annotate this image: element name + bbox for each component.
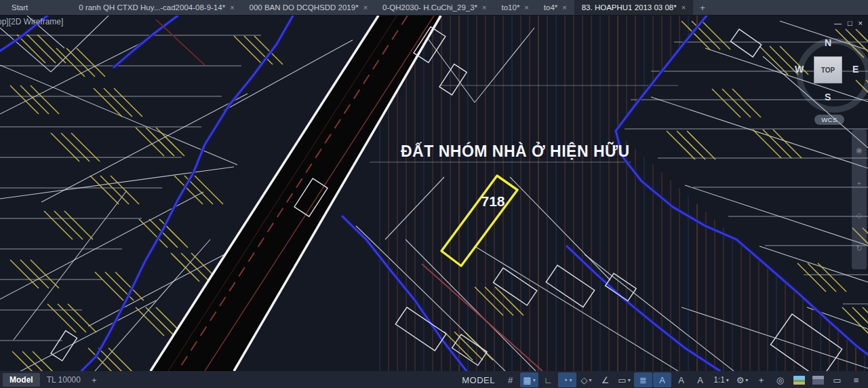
viewcube-north[interactable]: N <box>825 37 831 48</box>
annotation-flag-icon[interactable]: A <box>691 372 709 387</box>
status-bar: Model TL 10000 + MODEL #▦▾∟◔▾◇▾∠▭▾≣AAA1:… <box>0 371 868 388</box>
tab-drawing-4[interactable]: to10*× <box>494 0 536 15</box>
object-snap-icon[interactable]: ▭▾ <box>615 372 633 387</box>
annotation-scale-icon[interactable]: 1:1▾ <box>710 372 732 387</box>
graphics-performance-icon[interactable] <box>790 372 808 387</box>
cad-drawing: 718 ĐẤT NHÓM NHÀ Ở HIỆN HỮU <box>0 16 868 371</box>
close-tab-icon[interactable]: × <box>524 3 528 12</box>
lineweight-icon[interactable]: ≣ <box>634 372 652 387</box>
viewcube-south[interactable]: S <box>825 92 831 102</box>
tab-drawing-5[interactable]: to4*× <box>536 0 574 15</box>
annotation-visibility-icon[interactable]: A <box>653 372 671 387</box>
autoscale-icon[interactable]: A <box>672 372 690 387</box>
layout-tab-tl10000[interactable]: TL 10000 <box>40 373 87 387</box>
pan-icon[interactable]: + <box>857 179 861 187</box>
clean-screen-icon[interactable]: ▭ <box>828 372 846 387</box>
viewport-control-label[interactable]: op][2D Wireframe] <box>0 17 63 26</box>
drawing-window-controls: — □ × <box>834 18 863 28</box>
vegetation-hatch-marks <box>10 21 868 371</box>
tab-drawing-active[interactable]: 83. HOAPHU1 2013 03 08*× <box>574 0 693 15</box>
tab-label: 83. HOAPHU1 2013 03 08* <box>582 3 677 12</box>
zone-label: ĐẤT NHÓM NHÀ Ở HIỆN HỮU <box>401 141 630 160</box>
tab-label: to10* <box>502 3 520 12</box>
tab-label: to4* <box>544 3 557 12</box>
autocad-window: Start 0 ranh QH CTXD Huy...-cad2004-08-9… <box>0 0 868 388</box>
status-toggles: MODEL #▦▾∟◔▾◇▾∠▭▾≣AAA1:1▾⚙▾+◎▭≡ <box>462 372 865 387</box>
zoom-icon[interactable]: ◇ <box>856 211 862 220</box>
model-space-button[interactable]: MODEL <box>462 375 495 385</box>
drawing-canvas[interactable]: 718 ĐẤT NHÓM NHÀ Ở HIỆN HỮU op][2D Wiref… <box>0 15 868 371</box>
viewcube-top-face[interactable]: TOP <box>814 56 842 83</box>
tab-drawing-2[interactable]: 000 BAN DO DCQHSDD 2019*× <box>242 0 376 15</box>
minimize-icon[interactable]: — <box>834 18 842 28</box>
new-tab-button[interactable]: + <box>693 0 712 15</box>
status-icons: #▦▾∟◔▾◇▾∠▭▾≣AAA1:1▾⚙▾+◎▭≡ <box>501 372 865 387</box>
close-tab-icon[interactable]: × <box>230 3 234 12</box>
tab-label: 000 BAN DO DCQHSDD 2019* <box>250 3 359 12</box>
highlighted-parcel-718[interactable] <box>441 176 517 266</box>
tab-label: Start <box>12 3 28 12</box>
isolate-objects-icon[interactable]: ◎ <box>771 372 789 387</box>
polar-tracking-icon[interactable]: ◔▾ <box>558 372 576 387</box>
tab-label: 0-QH2030- H.CuChi_29_3* <box>382 3 477 12</box>
viewcube-east[interactable]: E <box>852 64 859 75</box>
customization-icon[interactable]: ≡ <box>847 372 865 387</box>
restore-icon[interactable]: □ <box>848 18 852 28</box>
close-tab-icon[interactable]: × <box>482 3 486 12</box>
hardware-acceleration-icon[interactable] <box>809 372 827 387</box>
viewcube-west[interactable]: W <box>795 64 804 75</box>
grid-icon[interactable]: # <box>501 372 519 387</box>
wcs-menu[interactable]: WCS <box>814 115 844 125</box>
snap-mode-icon[interactable]: ▦▾ <box>520 372 538 387</box>
close-tab-icon[interactable]: × <box>682 3 686 12</box>
add-layout-button[interactable]: + <box>87 373 101 387</box>
close-tab-icon[interactable]: × <box>562 3 566 12</box>
navigation-bar: ◉ + ◇ ↻ <box>852 130 867 269</box>
workspace-switching-icon[interactable]: ⚙▾ <box>733 372 751 387</box>
model-tab[interactable]: Model <box>3 373 40 387</box>
steering-wheel-icon[interactable]: ◉ <box>856 146 863 155</box>
annotation-monitor-icon[interactable]: + <box>752 372 770 387</box>
close-tab-icon[interactable]: × <box>363 3 368 12</box>
parcel-number-label: 718 <box>481 193 505 209</box>
zone-boundary-blue <box>0 16 868 371</box>
orbit-icon[interactable]: ↻ <box>856 244 862 253</box>
file-tab-bar: Start 0 ranh QH CTXD Huy...-cad2004-08-9… <box>0 0 868 15</box>
tab-start[interactable]: Start <box>4 0 48 15</box>
isometric-drafting-icon[interactable]: ◇▾ <box>577 372 595 387</box>
ortho-icon[interactable]: ∟ <box>539 372 557 387</box>
tab-label: 0 ranh QH CTXD Huy...-cad2004-08-9-14* <box>79 3 225 12</box>
tab-drawing-1[interactable]: 0 ranh QH CTXD Huy...-cad2004-08-9-14*× <box>71 0 241 15</box>
close-icon[interactable]: × <box>859 18 863 28</box>
object-snap-tracking-icon[interactable]: ∠ <box>596 372 614 387</box>
tab-drawing-3[interactable]: 0-QH2030- H.CuChi_29_3*× <box>375 0 494 15</box>
parcel-boundary-lines <box>0 16 868 371</box>
